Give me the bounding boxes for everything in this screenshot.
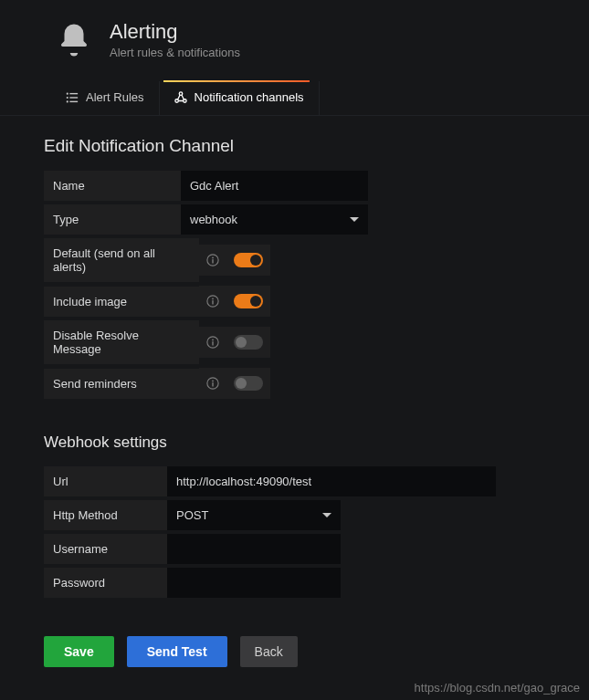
info-icon (206, 377, 219, 390)
tab-alert-rules[interactable]: Alert Rules (51, 81, 159, 115)
send-test-button[interactable]: Send Test (127, 636, 227, 667)
svg-point-0 (67, 92, 68, 94)
info-icon (206, 295, 219, 308)
include-image-label: Include image (44, 287, 199, 317)
tab-alert-rules-label: Alert Rules (86, 90, 144, 104)
username-label: Username (44, 534, 167, 564)
svg-point-13 (212, 298, 214, 300)
chevron-down-icon (322, 513, 331, 517)
bell-icon (55, 21, 93, 59)
svg-rect-11 (212, 259, 213, 263)
name-input[interactable] (181, 171, 368, 201)
webhook-settings-title: Webhook settings (44, 434, 545, 452)
svg-rect-5 (69, 100, 78, 101)
tab-notification-channels[interactable]: Notification channels (159, 81, 320, 115)
info-icon (206, 254, 219, 266)
http-method-select[interactable]: POST (167, 500, 341, 530)
svg-point-19 (212, 381, 214, 382)
svg-point-2 (67, 96, 68, 98)
svg-point-4 (67, 100, 68, 102)
include-image-toggle[interactable] (234, 294, 263, 308)
share-icon (174, 91, 187, 104)
default-toggle[interactable] (234, 253, 263, 267)
page-subtitle: Alert rules & notifications (110, 46, 240, 59)
type-select[interactable]: webhook (181, 204, 368, 235)
send-reminders-toggle[interactable] (234, 376, 263, 391)
svg-rect-1 (69, 92, 78, 93)
save-button[interactable]: Save (44, 636, 114, 667)
tabs-bar: Alert Rules Notification channels (0, 81, 589, 116)
http-method-value: POST (176, 508, 208, 522)
svg-rect-20 (212, 382, 213, 386)
page-header: Alerting Alert rules & notifications (0, 0, 589, 59)
url-label: Url (44, 466, 167, 496)
svg-point-10 (212, 257, 214, 259)
tab-channels-label: Notification channels (195, 90, 304, 104)
back-button[interactable]: Back (240, 636, 298, 667)
url-input[interactable] (167, 466, 496, 496)
type-label: Type (44, 204, 181, 235)
svg-point-16 (212, 340, 214, 341)
list-icon (66, 91, 79, 104)
send-reminders-label: Send reminders (44, 369, 199, 399)
chevron-down-icon (350, 217, 359, 222)
page-title: Alerting (110, 20, 240, 44)
disable-resolve-toggle[interactable] (234, 335, 263, 350)
default-label: Default (send on all alerts) (44, 238, 199, 282)
svg-rect-3 (69, 97, 78, 98)
http-method-label: Http Method (44, 500, 167, 530)
info-icon (206, 336, 219, 349)
disable-resolve-label: Disable Resolve Message (44, 320, 199, 364)
username-input[interactable] (167, 534, 341, 564)
watermark-text: https://blog.csdn.net/gao_grace (415, 681, 580, 695)
password-input[interactable] (167, 568, 341, 598)
svg-rect-17 (212, 341, 213, 345)
type-select-value: webhook (190, 213, 237, 226)
edit-channel-title: Edit Notification Channel (44, 136, 545, 156)
name-label: Name (44, 171, 181, 201)
svg-rect-14 (212, 300, 213, 304)
button-row: Save Send Test Back (44, 636, 545, 667)
password-label: Password (44, 568, 167, 598)
